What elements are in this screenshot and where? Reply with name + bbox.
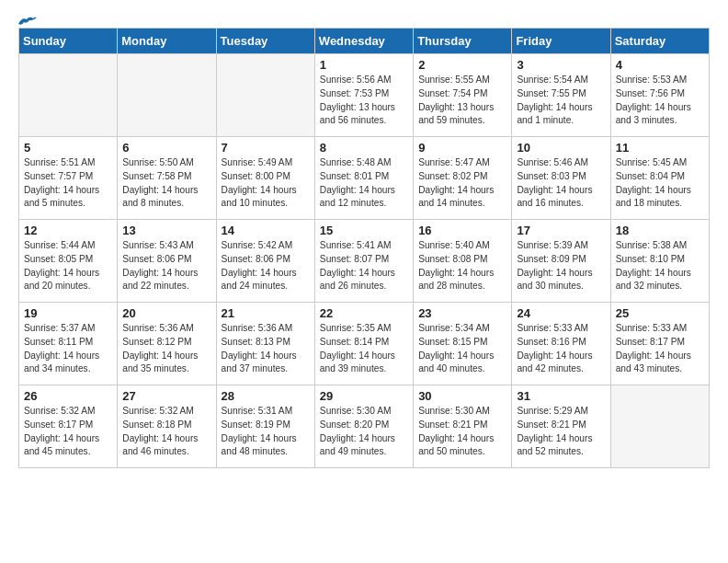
day-info: Sunrise: 5:48 AM Sunset: 8:01 PM Dayligh… bbox=[320, 156, 408, 211]
calendar-week-5: 26Sunrise: 5:32 AM Sunset: 8:17 PM Dayli… bbox=[19, 385, 710, 468]
calendar-cell bbox=[216, 54, 314, 137]
calendar-week-2: 5Sunrise: 5:51 AM Sunset: 7:57 PM Daylig… bbox=[19, 137, 710, 220]
day-info: Sunrise: 5:34 AM Sunset: 8:15 PM Dayligh… bbox=[418, 322, 506, 376]
calendar-cell: 20Sunrise: 5:36 AM Sunset: 8:12 PM Dayli… bbox=[118, 303, 216, 385]
calendar-header-row: SundayMondayTuesdayWednesdayThursdayFrid… bbox=[19, 29, 710, 54]
day-info: Sunrise: 5:47 AM Sunset: 8:02 PM Dayligh… bbox=[418, 156, 506, 211]
calendar-week-4: 19Sunrise: 5:37 AM Sunset: 8:11 PM Dayli… bbox=[19, 303, 710, 385]
calendar-cell: 8Sunrise: 5:48 AM Sunset: 8:01 PM Daylig… bbox=[314, 137, 413, 220]
calendar-cell: 1Sunrise: 5:56 AM Sunset: 7:53 PM Daylig… bbox=[314, 54, 413, 137]
day-number: 1 bbox=[320, 58, 408, 72]
calendar-cell: 26Sunrise: 5:32 AM Sunset: 8:17 PM Dayli… bbox=[19, 385, 118, 468]
day-number: 20 bbox=[122, 306, 210, 320]
day-info: Sunrise: 5:40 AM Sunset: 8:08 PM Dayligh… bbox=[418, 239, 506, 293]
day-info: Sunrise: 5:37 AM Sunset: 8:11 PM Dayligh… bbox=[24, 322, 112, 376]
calendar-cell: 2Sunrise: 5:55 AM Sunset: 7:54 PM Daylig… bbox=[414, 54, 512, 137]
calendar-cell: 30Sunrise: 5:30 AM Sunset: 8:21 PM Dayli… bbox=[414, 385, 512, 468]
day-info: Sunrise: 5:56 AM Sunset: 7:53 PM Dayligh… bbox=[320, 74, 408, 128]
day-info: Sunrise: 5:30 AM Sunset: 8:21 PM Dayligh… bbox=[418, 405, 506, 459]
day-number: 28 bbox=[222, 389, 310, 403]
day-info: Sunrise: 5:41 AM Sunset: 8:07 PM Dayligh… bbox=[320, 239, 408, 293]
calendar-cell: 27Sunrise: 5:32 AM Sunset: 8:18 PM Dayli… bbox=[118, 385, 216, 468]
day-info: Sunrise: 5:38 AM Sunset: 8:10 PM Dayligh… bbox=[616, 239, 704, 293]
calendar-cell: 17Sunrise: 5:39 AM Sunset: 8:09 PM Dayli… bbox=[512, 220, 610, 303]
day-number: 15 bbox=[320, 224, 408, 237]
calendar-cell: 7Sunrise: 5:49 AM Sunset: 8:00 PM Daylig… bbox=[216, 137, 314, 220]
day-number: 10 bbox=[517, 141, 605, 155]
header-saturday: Saturday bbox=[610, 29, 709, 54]
day-number: 18 bbox=[616, 224, 704, 237]
day-number: 9 bbox=[418, 141, 506, 155]
calendar-cell: 31Sunrise: 5:29 AM Sunset: 8:21 PM Dayli… bbox=[512, 385, 610, 468]
day-number: 31 bbox=[517, 389, 605, 403]
calendar-cell bbox=[610, 385, 709, 468]
calendar-cell: 23Sunrise: 5:34 AM Sunset: 8:15 PM Dayli… bbox=[414, 303, 512, 385]
calendar-cell: 13Sunrise: 5:43 AM Sunset: 8:06 PM Dayli… bbox=[118, 220, 216, 303]
day-number: 30 bbox=[418, 389, 506, 403]
header-friday: Friday bbox=[512, 29, 610, 54]
day-number: 2 bbox=[418, 58, 506, 72]
day-number: 24 bbox=[517, 306, 605, 320]
calendar-cell: 19Sunrise: 5:37 AM Sunset: 8:11 PM Dayli… bbox=[19, 303, 118, 385]
day-info: Sunrise: 5:33 AM Sunset: 8:17 PM Dayligh… bbox=[616, 322, 704, 376]
day-number: 23 bbox=[418, 306, 506, 320]
day-number: 4 bbox=[616, 58, 704, 72]
calendar-cell bbox=[19, 54, 118, 137]
day-info: Sunrise: 5:33 AM Sunset: 8:16 PM Dayligh… bbox=[517, 322, 605, 376]
day-number: 22 bbox=[320, 306, 408, 320]
day-info: Sunrise: 5:42 AM Sunset: 8:06 PM Dayligh… bbox=[222, 239, 310, 293]
calendar-cell: 5Sunrise: 5:51 AM Sunset: 7:57 PM Daylig… bbox=[19, 137, 118, 220]
header-monday: Monday bbox=[118, 29, 216, 54]
calendar-cell: 25Sunrise: 5:33 AM Sunset: 8:17 PM Dayli… bbox=[610, 303, 709, 385]
header-wednesday: Wednesday bbox=[314, 29, 413, 54]
calendar-cell: 9Sunrise: 5:47 AM Sunset: 8:02 PM Daylig… bbox=[414, 137, 512, 220]
calendar-cell: 12Sunrise: 5:44 AM Sunset: 8:05 PM Dayli… bbox=[19, 220, 118, 303]
day-number: 11 bbox=[616, 141, 704, 155]
day-number: 27 bbox=[122, 389, 210, 403]
day-info: Sunrise: 5:31 AM Sunset: 8:19 PM Dayligh… bbox=[222, 405, 310, 459]
day-info: Sunrise: 5:45 AM Sunset: 8:04 PM Dayligh… bbox=[616, 156, 704, 211]
calendar-cell: 6Sunrise: 5:50 AM Sunset: 7:58 PM Daylig… bbox=[118, 137, 216, 220]
calendar-cell: 29Sunrise: 5:30 AM Sunset: 8:20 PM Dayli… bbox=[314, 385, 413, 468]
day-info: Sunrise: 5:54 AM Sunset: 7:55 PM Dayligh… bbox=[517, 74, 605, 128]
day-number: 25 bbox=[616, 306, 704, 320]
day-info: Sunrise: 5:39 AM Sunset: 8:09 PM Dayligh… bbox=[517, 239, 605, 293]
day-number: 5 bbox=[24, 141, 112, 155]
calendar-cell: 11Sunrise: 5:45 AM Sunset: 8:04 PM Dayli… bbox=[610, 137, 709, 220]
calendar-table: SundayMondayTuesdayWednesdayThursdayFrid… bbox=[18, 28, 710, 468]
day-number: 3 bbox=[517, 58, 605, 72]
day-info: Sunrise: 5:30 AM Sunset: 8:20 PM Dayligh… bbox=[320, 405, 408, 459]
calendar-cell: 18Sunrise: 5:38 AM Sunset: 8:10 PM Dayli… bbox=[610, 220, 709, 303]
day-number: 8 bbox=[320, 141, 408, 155]
day-info: Sunrise: 5:36 AM Sunset: 8:12 PM Dayligh… bbox=[122, 322, 210, 376]
day-info: Sunrise: 5:49 AM Sunset: 8:00 PM Dayligh… bbox=[222, 156, 310, 211]
day-number: 7 bbox=[222, 141, 310, 155]
day-number: 13 bbox=[122, 224, 210, 237]
day-number: 14 bbox=[222, 224, 310, 237]
day-number: 16 bbox=[418, 224, 506, 237]
day-number: 26 bbox=[24, 389, 112, 403]
day-number: 12 bbox=[24, 224, 112, 237]
header-thursday: Thursday bbox=[414, 29, 512, 54]
day-info: Sunrise: 5:43 AM Sunset: 8:06 PM Dayligh… bbox=[122, 239, 210, 293]
calendar-cell: 24Sunrise: 5:33 AM Sunset: 8:16 PM Dayli… bbox=[512, 303, 610, 385]
calendar-cell: 28Sunrise: 5:31 AM Sunset: 8:19 PM Dayli… bbox=[216, 385, 314, 468]
calendar-cell: 4Sunrise: 5:53 AM Sunset: 7:56 PM Daylig… bbox=[610, 54, 709, 137]
day-number: 6 bbox=[122, 141, 210, 155]
day-number: 29 bbox=[320, 389, 408, 403]
logo-bird-icon bbox=[17, 15, 37, 31]
calendar-week-3: 12Sunrise: 5:44 AM Sunset: 8:05 PM Dayli… bbox=[19, 220, 710, 303]
day-info: Sunrise: 5:55 AM Sunset: 7:54 PM Dayligh… bbox=[418, 74, 506, 128]
calendar-cell: 3Sunrise: 5:54 AM Sunset: 7:55 PM Daylig… bbox=[512, 54, 610, 137]
day-info: Sunrise: 5:32 AM Sunset: 8:17 PM Dayligh… bbox=[24, 405, 112, 459]
day-info: Sunrise: 5:46 AM Sunset: 8:03 PM Dayligh… bbox=[517, 156, 605, 211]
day-number: 19 bbox=[24, 306, 112, 320]
calendar-week-1: 1Sunrise: 5:56 AM Sunset: 7:53 PM Daylig… bbox=[19, 54, 710, 137]
calendar-cell: 21Sunrise: 5:36 AM Sunset: 8:13 PM Dayli… bbox=[216, 303, 314, 385]
header-sunday: Sunday bbox=[19, 29, 118, 54]
day-info: Sunrise: 5:32 AM Sunset: 8:18 PM Dayligh… bbox=[122, 405, 210, 459]
day-info: Sunrise: 5:29 AM Sunset: 8:21 PM Dayligh… bbox=[517, 405, 605, 459]
day-info: Sunrise: 5:50 AM Sunset: 7:58 PM Dayligh… bbox=[122, 156, 210, 211]
day-info: Sunrise: 5:51 AM Sunset: 7:57 PM Dayligh… bbox=[24, 156, 112, 211]
day-number: 17 bbox=[517, 224, 605, 237]
